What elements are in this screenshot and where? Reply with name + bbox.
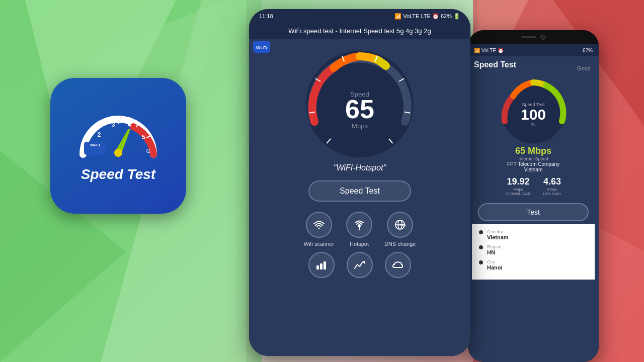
- svg-text:2: 2: [98, 131, 101, 138]
- wifi-badge: Wi-Fi: [253, 41, 270, 53]
- right-status-icons: 📶 VoLTE ⏰: [474, 48, 504, 53]
- status-icons: 📶 VoLTE LTE ⏰ 62% 🔋: [394, 13, 460, 20]
- right-title: Speed Test: [474, 60, 516, 69]
- svg-point-21: [114, 149, 122, 157]
- cloud-item[interactable]: [385, 252, 411, 278]
- speed-gauge: Speed 65 Mbps: [299, 44, 420, 159]
- svg-text:3: 3: [112, 121, 115, 128]
- dns-change-label: DNS change: [384, 241, 416, 247]
- wifi-badge-text: Wi-Fi: [256, 45, 267, 50]
- city-label: City: [487, 259, 503, 264]
- download-unit: Mbps: [505, 187, 531, 192]
- svg-text:65: 65: [345, 95, 374, 124]
- upload-value: 4.63: [543, 176, 561, 187]
- right-battery: 62%: [583, 48, 593, 53]
- status-time: 11:18: [259, 13, 273, 19]
- dns-change-icon: DNS: [387, 212, 413, 238]
- hotspot-label: Hotspot: [350, 241, 369, 247]
- camera: [540, 35, 545, 40]
- right-content: Speed Test Good Spe: [468, 56, 599, 362]
- small-gauge: Speed Test 100 %: [496, 73, 571, 144]
- region-row: Region HN: [479, 244, 588, 255]
- svg-text:Wi-Fi: Wi-Fi: [90, 143, 100, 147]
- city-row: City Hanoi: [479, 259, 588, 270]
- country-label: Country: [487, 229, 509, 234]
- phone-top-bar: [468, 30, 599, 44]
- speed-test-button[interactable]: Speed Test: [308, 180, 411, 202]
- internet-speed-label: Internet Speed: [518, 156, 548, 161]
- upload-unit: Mbps: [543, 187, 561, 192]
- download-value: 19.92: [505, 176, 531, 187]
- right-phone: 📶 VoLTE ⏰ 62% Speed Test Good: [468, 30, 599, 362]
- country-row: Country Vietnam: [479, 229, 588, 240]
- region-label: Region: [487, 244, 502, 249]
- download-stat: 19.92 Mbps DOWNLOAD: [505, 176, 531, 196]
- hotspot-item[interactable]: Hotspot: [346, 212, 372, 247]
- status-bar-left: 11:18 📶 VoLTE LTE ⏰ 62% 🔋: [249, 9, 470, 23]
- upload-label: UPLOAD: [543, 192, 561, 196]
- app-header-title: WiFi speed test - Internet Speed test 5g…: [288, 27, 431, 35]
- svg-rect-45: [324, 261, 326, 269]
- stats-row: 19.92 Mbps DOWNLOAD 4.63 Mbps UPLOAD: [505, 176, 561, 196]
- city-info: City Hanoi: [487, 259, 503, 270]
- svg-rect-43: [316, 265, 319, 269]
- wifi-scanner-label: Wifi scanner: [304, 241, 335, 247]
- small-gauge-svg: Speed Test 100 %: [496, 73, 571, 144]
- download-label: DOWNLOAD: [505, 192, 531, 196]
- svg-point-36: [358, 224, 361, 227]
- svg-text:Mbps: Mbps: [352, 122, 368, 130]
- cloud-icon: [385, 252, 411, 278]
- hotspot-icon: [346, 212, 372, 238]
- app-title: Speed Test: [81, 166, 155, 183]
- left-phone-frame: 11:18 📶 VoLTE LTE ⏰ 62% 🔋 WiFi speed tes…: [249, 9, 470, 356]
- speaker: [521, 36, 536, 38]
- network-name: "WiFI-Hotspot": [334, 163, 386, 172]
- svg-rect-44: [320, 263, 323, 269]
- region-value: HN: [487, 249, 502, 255]
- left-phone: 11:18 📶 VoLTE LTE ⏰ 62% 🔋 WiFi speed tes…: [249, 9, 470, 356]
- right-phone-frame: 📶 VoLTE ⏰ 62% Speed Test Good: [468, 30, 599, 362]
- icon-grid-row1: Wifi scanner Hotspot DNS DNS change: [304, 212, 416, 247]
- app-icon-container: 2 3 4 5 G Wi-Fi Speed Test: [50, 78, 191, 224]
- svg-text:DNS: DNS: [398, 223, 406, 227]
- app-header-left: WiFi speed test - Internet Speed test 5g…: [249, 23, 470, 39]
- company-name: FPT Telecom Company: [507, 161, 559, 167]
- wifi-scanner-item[interactable]: Wifi scanner: [304, 212, 335, 247]
- wifi-scanner-icon: [306, 212, 332, 238]
- right-header: Speed Test Good: [472, 60, 595, 71]
- city-dot: [479, 260, 483, 264]
- svg-marker-46: [362, 261, 365, 264]
- country-name: Vietnam: [524, 167, 543, 172]
- gauge-svg: Speed 65 Mbps: [299, 44, 420, 159]
- svg-text:4: 4: [128, 121, 131, 128]
- city-value: Hanoi: [487, 264, 503, 270]
- chart2-item[interactable]: [347, 252, 373, 278]
- app-icon: 2 3 4 5 G Wi-Fi Speed Test: [50, 78, 186, 214]
- good-label: Good: [577, 65, 591, 71]
- country-info: Country Vietnam: [487, 229, 509, 240]
- speed-mbps: 65 Mbps: [515, 146, 551, 156]
- svg-text:5: 5: [142, 134, 145, 141]
- upload-stat: 4.63 Mbps UPLOAD: [543, 176, 561, 196]
- test-button[interactable]: Test: [478, 203, 589, 221]
- country-dot: [479, 230, 483, 234]
- svg-text:100: 100: [521, 106, 546, 123]
- dns-change-item[interactable]: DNS DNS change: [384, 212, 416, 247]
- app-content-left: Wi-Fi: [249, 39, 470, 356]
- speedometer-svg: 2 3 4 5 G Wi-Fi: [73, 109, 164, 164]
- icon-grid-row2: [308, 252, 411, 278]
- svg-text:%: %: [531, 122, 535, 127]
- status-bar-right: 📶 VoLTE ⏰ 62%: [468, 44, 599, 56]
- chart1-icon: [308, 252, 335, 278]
- country-value: Vietnam: [487, 234, 509, 240]
- chart2-icon: [347, 252, 373, 278]
- region-info: Region HN: [487, 244, 502, 255]
- region-dot: [479, 245, 483, 249]
- location-panel: Country Vietnam Region HN City Hanoi: [472, 224, 595, 280]
- svg-text:G: G: [146, 148, 151, 154]
- chart1-item[interactable]: [308, 252, 335, 278]
